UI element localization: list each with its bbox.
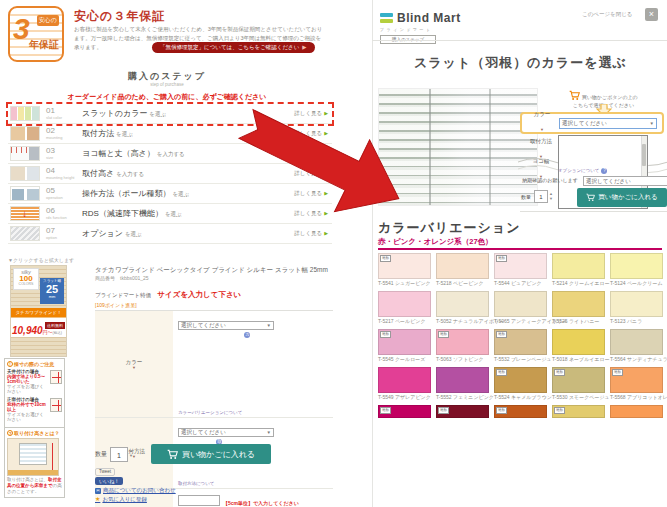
swatch-color-block[interactable]: 遮熱 (494, 405, 547, 418)
logo-text: Blind Mart (397, 11, 461, 25)
swatch-color-block[interactable] (378, 367, 431, 393)
swatch-color-block[interactable]: 遮熱 (494, 253, 547, 279)
swatch-cell[interactable]: 遮熱 (436, 405, 489, 418)
swatch-cell[interactable]: T-5018 ネーブルイエロー (552, 329, 605, 362)
swatch-color-block[interactable] (552, 253, 605, 279)
swatch-color-block[interactable] (436, 253, 489, 279)
swatch-color-block[interactable] (436, 291, 489, 317)
step-number: 06rds function (46, 207, 82, 220)
favorite-link[interactable]: ★お気に入りに登録 (95, 496, 176, 504)
form-select[interactable]: 選択してください ▼ (178, 321, 274, 330)
like-button[interactable]: いいね！ (95, 477, 123, 486)
dropdown-option[interactable] (559, 152, 641, 160)
swatch-cell[interactable]: T-5065 アンティークアイボリー (494, 291, 547, 324)
step-title-main: オプション (82, 229, 123, 238)
swatch-cell[interactable]: T-5218 ベビーピンク (436, 253, 489, 286)
swatch-color-block[interactable] (610, 253, 663, 279)
quantity-stepper[interactable]: ▲▼ (129, 449, 133, 459)
stepper-down-icon[interactable]: ▼ (549, 197, 553, 202)
field-help-link[interactable]: カラーバリエーションについてカラーバリエーションについて (178, 332, 331, 415)
scrollbar-thumb[interactable] (642, 144, 646, 166)
form-input[interactable] (178, 495, 220, 506)
swatch-color-block[interactable]: 遮熱 (552, 367, 605, 393)
swatch-cell[interactable]: T-5214 クリームイエロー (552, 253, 605, 286)
swatch-cell[interactable]: 遮熱 (378, 405, 431, 418)
product-image[interactable]: silky 100 COLORS スラット幅 25 mm タチカワブラインド！ … (10, 265, 67, 357)
swatch-cell[interactable]: 遮熱 T-5530 スモークベージュ (552, 367, 605, 400)
free-shipping-badge: 送料無料 (45, 322, 65, 329)
swatch-cell[interactable]: 遮熱 T-5568 アプリコットオレンジ (610, 367, 663, 400)
swatch-color-block[interactable]: 遮熱 (436, 329, 489, 355)
guarantee-badge-icon: 3 安心の 年保証 (8, 6, 64, 62)
swatch-color-block[interactable]: 遮熱 (378, 405, 431, 418)
swatch-color-block[interactable] (436, 367, 489, 393)
quantity-stepper[interactable]: ▲▼ (549, 192, 553, 202)
swatch-color-block[interactable] (494, 291, 547, 317)
swatch-label: T-5124 ペールクリーム (610, 280, 663, 286)
tweet-button[interactable]: Tweet (95, 468, 115, 476)
swatch-color-block[interactable]: 遮熱 (494, 367, 547, 393)
heat-shield-badge: 遮熱 (496, 369, 507, 376)
swatch-cell[interactable]: T-5564 サンディナチュラル (610, 329, 663, 362)
close-page-label[interactable]: このページを閉じる (582, 11, 632, 18)
inquiry-link[interactable]: ✉商品についてのお問い合わせ (95, 487, 176, 494)
swatch-color-block[interactable]: 遮熱 (378, 253, 431, 279)
dropdown-option[interactable] (559, 144, 641, 152)
option-help-link[interactable]: オプションについて? (558, 168, 607, 174)
swatch-chip (394, 61, 400, 66)
swatch-cell[interactable]: T-5525 ライトハニー (552, 291, 605, 324)
close-icon[interactable]: × (645, 8, 658, 21)
add-to-cart-button[interactable]: 買い物かごに入れる (151, 444, 271, 464)
swatch-cell[interactable]: T-5549 アザレアピンク (378, 367, 431, 400)
swatch-cell[interactable]: T-5217 ペールピンク (378, 291, 431, 324)
arrow-right-icon: ▶ (324, 230, 328, 236)
swatch-color-block[interactable] (552, 291, 605, 317)
color-select[interactable]: 選択してください ▼ (559, 118, 657, 129)
swatch-color-block[interactable]: 遮熱 (552, 405, 605, 418)
swatch-cell[interactable] (610, 405, 663, 418)
swatch-color-block[interactable] (378, 291, 431, 317)
dropdown-option[interactable] (559, 160, 641, 168)
blindmart-logo[interactable]: Blind Mart ブラインドマート 購入のステップ (380, 8, 461, 44)
swatch-cell[interactable]: T-5124 ペールクリーム (610, 253, 663, 286)
swatch-color-block[interactable] (610, 329, 663, 355)
swatch-cell[interactable]: 遮熱 (552, 405, 605, 418)
swatch-cell[interactable]: 遮熱 T-5544 ピュアピンク (494, 253, 547, 286)
step-row[interactable]: 07option オプションを選ぶ 詳しく見る▶ (8, 224, 332, 244)
swatch-cell[interactable]: 遮熱 T-5063 ソフトピンク (436, 329, 489, 362)
swatch-color-block[interactable]: 遮熱 (436, 405, 489, 418)
product-title: タチカワブラインド ベーシックタイプ ブラインド シルキー スラット幅 25mm (95, 265, 337, 274)
dropdown-option[interactable] (559, 136, 641, 144)
form-select[interactable]: 選択してください ▼ (178, 428, 274, 437)
swatch-cell[interactable]: 遮熱 T-5532 プレーンベージュ (494, 329, 547, 362)
quantity-input[interactable]: 1 (110, 447, 128, 462)
swatch-cell[interactable]: 遮熱 (494, 405, 547, 418)
swatch-cell[interactable]: T-5552 フェミニンピンク (436, 367, 489, 400)
badge-chip: 安心の (37, 15, 59, 26)
variation-rule (378, 248, 662, 250)
swatch-cell[interactable]: 遮熱 T-5545 クールローズ (378, 329, 431, 362)
swatch-color-block[interactable]: 遮熱 (494, 329, 547, 355)
swatch-color-block[interactable]: 遮熱 (378, 329, 431, 355)
swatch-cell[interactable]: T-5052 ナチュラルアイボリー (436, 291, 489, 324)
alert-icon: ! (7, 361, 13, 367)
swatch-color-block[interactable] (610, 405, 663, 418)
quantity-input[interactable]: 1 (534, 190, 548, 203)
swatch-cell[interactable]: 遮熱 T-5541 シュガーピンク (378, 253, 431, 286)
guarantee-detail-button[interactable]: 「無償修理規定」については、こちらをご確認ください▶ (152, 42, 315, 53)
step-thumbnail-icon (10, 206, 40, 221)
delivery-select[interactable]: 選択してください ▼ (583, 176, 667, 186)
add-to-cart-button[interactable]: 買い物かごに入れる (577, 188, 667, 207)
favorite-label: お気に入りに登録 (102, 496, 147, 502)
badge-suffix: 年保証 (29, 38, 59, 52)
swatch-color-block[interactable]: 遮熱 (610, 367, 663, 393)
step-detail-link[interactable]: 詳しく見る▶ (294, 230, 328, 237)
stepper-down-icon[interactable]: ▼ (129, 454, 133, 459)
swatch-color-block[interactable] (552, 329, 605, 355)
swatch-cell[interactable]: T-5123 バニラ (610, 291, 663, 324)
swatch-cell[interactable]: 遮熱 T-5524 キャメルブラウン (494, 367, 547, 400)
heat-shield-badge: 遮熱 (554, 407, 565, 414)
swatch-color-block[interactable] (610, 291, 663, 317)
page-title: スラット（羽根）のカラーを選ぶ (380, 54, 627, 72)
swatch-label: T-5541 シュガーピンク (378, 280, 431, 286)
